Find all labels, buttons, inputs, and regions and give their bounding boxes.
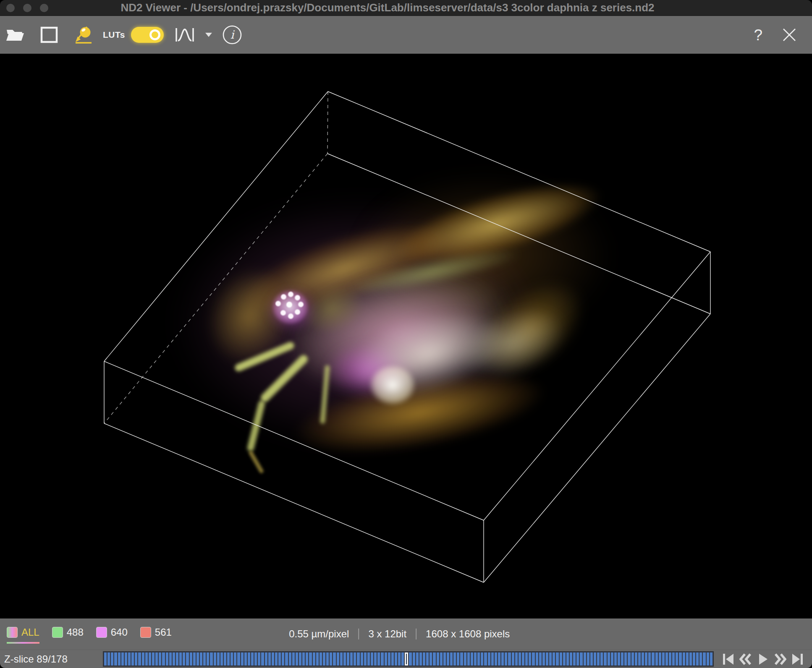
z-slider-tick [272,652,274,665]
z-slider-tick [566,652,569,665]
z-slider-tick [302,652,305,665]
z-slider-tick [638,652,641,665]
traffic-light-zoom[interactable] [40,4,48,12]
channel-button-488[interactable]: 488 [52,625,84,644]
z-slider-tick [611,652,613,665]
z-slider-tick [169,652,172,665]
z-slider-tick [196,652,199,665]
z-slider-tick [525,652,528,665]
channel-button-640[interactable]: 640 [96,625,128,644]
channel-button-561[interactable]: 561 [140,625,172,644]
volume-bounding-box [0,54,812,618]
z-slider-tick [210,652,212,665]
z-slider-tick [395,652,397,665]
z-slider-tick [330,652,332,665]
z-slider-tick [590,652,593,665]
help-button[interactable]: ? [754,27,762,43]
z-slider-tick [244,652,247,665]
volume-render-button[interactable] [73,26,92,44]
z-slider-tick [190,652,192,665]
skip-to-end-button[interactable] [791,652,804,666]
z-slider-tick [624,652,627,665]
close-button[interactable] [782,27,797,42]
z-slider-tick [149,652,151,665]
channel-selector: ALL 488 640 561 [7,625,172,644]
z-slider-tick [655,652,658,665]
z-slider-tick [546,652,548,665]
z-slider-tick [659,652,661,665]
z-slider-tick [484,652,487,665]
z-slider-tick [648,652,651,665]
skip-end-icon [791,653,803,665]
title-bar: ND2 Viewer - /Users/ondrej.prazsky/Docum… [0,0,812,16]
fast-forward-button[interactable] [774,652,786,666]
histogram-dropdown-caret-icon[interactable] [205,33,212,37]
z-slider-tick [121,652,124,665]
z-slider-tick [350,652,353,665]
traffic-lights [6,4,48,12]
z-slider-tick [337,652,339,665]
z-slider-tick [261,652,264,665]
z-slider-tick [419,652,422,665]
z-slider-tick [457,652,459,665]
z-slider-tick [642,652,644,665]
z-slider-tick [234,652,236,665]
skip-to-start-button[interactable] [722,652,735,666]
z-slider-tick [665,652,668,665]
traffic-light-minimize[interactable] [23,4,31,12]
3d-render-icon [73,26,92,44]
z-slider-tick [416,652,419,665]
play-button[interactable] [757,652,769,666]
crop-region-button[interactable] [40,26,58,43]
z-slider-tick [433,652,435,665]
z-slider-tick [214,652,216,665]
traffic-light-close[interactable] [6,4,15,12]
rectangle-icon [40,26,58,43]
z-slider-tick [114,652,117,665]
z-slider-tick [224,652,226,665]
z-slider-tick [539,652,542,665]
z-slider-tick [450,652,453,665]
z-slider-tick [207,652,209,665]
z-slider-tick [173,652,175,665]
z-slider-handle[interactable] [405,652,408,665]
z-slider-tick [440,652,443,665]
play-icon [757,653,768,665]
luts-toggle[interactable] [131,27,164,43]
z-slider-tick [118,652,120,665]
open-file-button[interactable] [6,27,24,43]
z-slider-tick [237,652,240,665]
z-slider-tick [549,652,552,665]
z-slider-tick [289,652,291,665]
channel-label: ALL [21,626,39,638]
z-slider-tick [460,652,463,665]
channel-swatch-640 [96,627,107,638]
histogram-button[interactable] [175,27,195,42]
z-slider-track[interactable] [103,651,714,667]
fast-backward-button[interactable] [739,652,752,666]
channel-button-all[interactable]: ALL [7,625,39,644]
z-slider-tick [522,652,524,665]
z-slider-tick [498,652,500,665]
z-slider-tick [614,652,617,665]
z-slider-tick [519,652,521,665]
z-slider-tick [645,652,647,665]
info-divider [358,629,359,639]
z-slider-tick [398,652,401,665]
z-slider-tick [683,652,685,665]
z-slider-tick [179,652,182,665]
channel-label: 640 [111,626,128,638]
svg-text:i: i [231,28,235,41]
z-slider-tick [385,652,387,665]
z-slider-tick [248,652,250,665]
viewport-3d[interactable] [0,54,812,618]
z-slider-tick [481,652,483,665]
z-slider-tick [377,652,380,665]
z-slider-tick [587,652,589,665]
z-slider-tick [515,652,518,665]
info-button[interactable]: i [222,25,242,45]
z-slider-tick [580,652,582,665]
channel-label: 561 [155,626,172,638]
z-slider-tick [135,652,137,665]
z-slider-tick [662,652,665,665]
